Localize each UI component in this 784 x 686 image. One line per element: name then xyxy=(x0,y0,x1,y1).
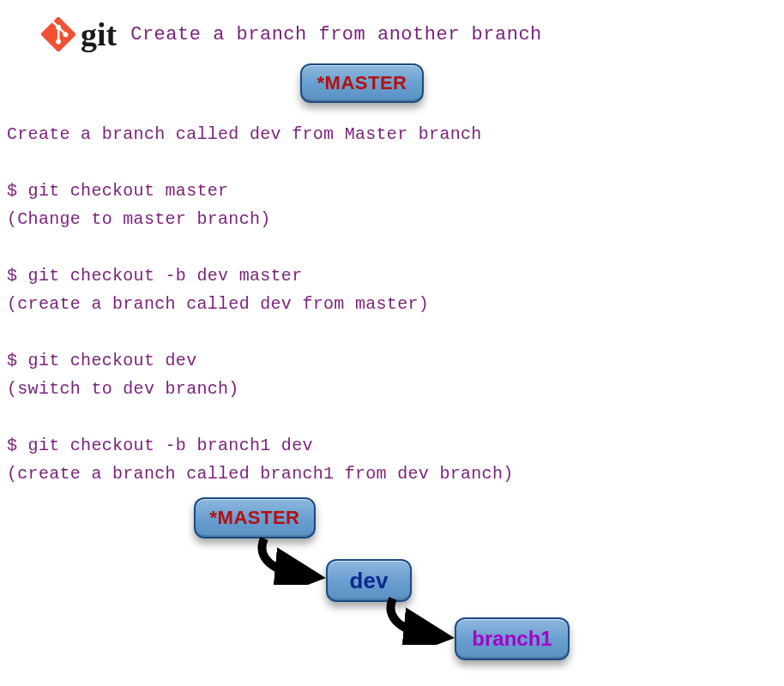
tutorial-text: Create a branch called dev from Master b… xyxy=(7,120,514,488)
text-line xyxy=(7,148,514,177)
branch-label: branch1 xyxy=(472,627,552,651)
branch-label: *MASTER xyxy=(317,72,407,94)
text-line: Create a branch called dev from Master b… xyxy=(7,120,514,148)
text-line: $ git checkout master xyxy=(7,177,514,205)
branch-box-master-top: *MASTER xyxy=(300,63,424,103)
git-logo-text: git xyxy=(81,18,117,51)
header: git Create a branch from another branch xyxy=(0,0,784,51)
arrow-icon xyxy=(377,593,455,645)
text-line: $ git checkout dev xyxy=(7,346,514,375)
git-diamond-icon xyxy=(41,17,75,51)
text-line xyxy=(7,403,514,431)
page-title: Create a branch from another branch xyxy=(130,24,542,45)
git-logo: git xyxy=(41,17,117,51)
branch-box-branch1: branch1 xyxy=(455,617,570,660)
branch-diagram: *MASTER dev branch1 xyxy=(0,490,784,679)
arrow-icon xyxy=(249,533,326,585)
text-line: $ git checkout -b dev master xyxy=(7,262,514,290)
text-line: (Change to master branch) xyxy=(7,205,514,233)
text-line: (switch to dev branch) xyxy=(7,375,514,403)
branch-box-master: *MASTER xyxy=(194,497,316,539)
text-line: $ git checkout -b branch1 dev xyxy=(7,431,514,460)
branch-label: *MASTER xyxy=(210,507,300,529)
text-line xyxy=(7,233,514,262)
branch-label: dev xyxy=(350,568,389,594)
text-line: (create a branch called dev from master) xyxy=(7,290,514,318)
text-line: (create a branch called branch1 from dev… xyxy=(7,460,514,488)
text-line xyxy=(7,318,514,346)
